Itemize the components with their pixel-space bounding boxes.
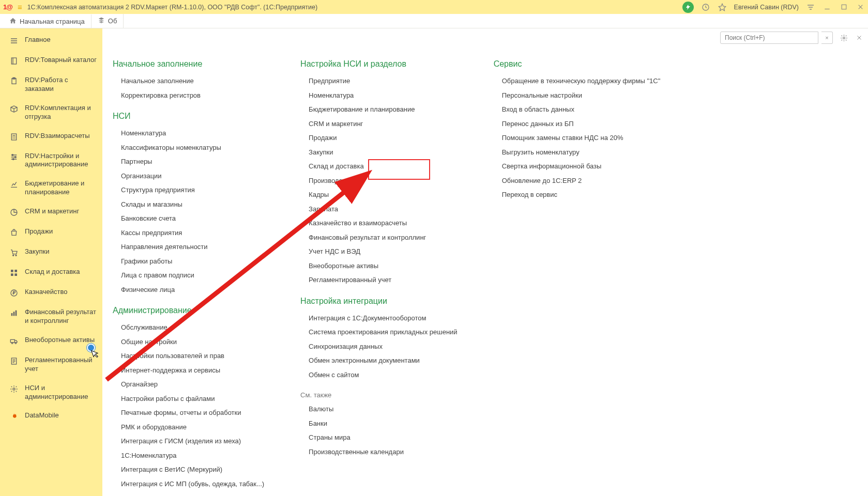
menu-link[interactable]: Физические лица [113,283,264,297]
menu-link[interactable]: Склады и магазины [113,197,264,212]
menu-link[interactable]: Лица с правом подписи [113,268,264,283]
menu-link[interactable]: Организации [113,169,264,183]
notifications-icon[interactable] [682,2,694,13]
tab-about[interactable]: Об [92,14,124,28]
menu-link[interactable]: Финансовый результат и контроллинг [300,230,458,245]
sidebar-item-9[interactable]: Закупки [0,242,102,262]
sidebar-item-6[interactable]: Бюджетирование и планирование [0,174,102,202]
sidebar: ГлавноеRDV:Товарный каталогRDV:Работа с … [0,28,102,496]
menu-link[interactable]: Банки [300,416,458,431]
menu-link[interactable]: Направления деятельности [113,240,264,254]
menu-link[interactable]: Интеграция с ВетИС (Меркурий) [113,462,264,477]
sidebar-item-1[interactable]: RDV:Товарный каталог [0,51,102,71]
menu-link[interactable]: Органайзер [113,377,264,392]
close-icon[interactable] [856,3,865,12]
menu-link[interactable]: Интернет-поддержка и сервисы [113,363,264,378]
history-icon[interactable] [701,3,710,12]
tab-home[interactable]: Начальная страница [3,14,92,28]
menu-link[interactable]: РМК и оборудование [113,420,264,435]
menu-link[interactable]: Обращение в техническую поддержку фирмы … [494,74,661,88]
sidebar-item-11[interactable]: Казначейство [0,283,102,303]
menu-link[interactable]: Регламентированный учет [300,273,458,287]
layers-icon [98,17,105,25]
menu-link[interactable]: 1С:Номенклатура [113,448,264,463]
menu-link[interactable]: Интеграция с ГИСМ (изделия из меха) [113,434,264,448]
settings-gear-icon[interactable] [839,33,848,42]
menu-link[interactable]: Номенклатура [300,88,458,103]
settings-lines-icon[interactable] [806,3,815,12]
menu-link[interactable]: Структура предприятия [113,183,264,197]
menu-link[interactable]: Корректировка регистров [113,88,264,103]
sidebar-item-2[interactable]: RDV:Работа с заказами [0,71,102,99]
menu-link[interactable]: Интеграция с 1С:Документооборотом [300,311,458,326]
sidebar-item-7[interactable]: CRM и маркетинг [0,202,102,222]
sidebar-item-0[interactable]: Главное [0,30,102,51]
menu-link[interactable]: Обмен с сайтом [300,368,458,382]
menu-link[interactable]: Персональные настройки [494,88,661,103]
search-input[interactable] [720,32,818,44]
menu-link[interactable]: Вход в область данных [494,102,661,117]
sliders-icon [9,152,19,162]
menu-link[interactable]: Валюты [300,402,458,416]
minimize-icon[interactable] [823,3,832,12]
menu-link[interactable]: Перенос данных из БП [494,117,661,131]
sidebar-item-14[interactable]: Регламентированный учет [0,351,102,379]
menu-link[interactable]: Печатные формы, отчеты и обработки [113,406,264,420]
menu-link[interactable]: Классификаторы номенклатуры [113,141,264,155]
menu-link[interactable]: Обновление до 1С:ERP 2 [494,174,661,188]
menu-link[interactable]: Графики работы [113,254,264,269]
sidebar-item-label: НСИ и администрирование [25,384,97,401]
sidebar-item-16[interactable]: DataMobile [0,406,102,426]
menu-link[interactable]: Выгрузить номенклатуру [494,145,661,160]
sidebar-item-10[interactable]: Склад и доставка [0,262,102,283]
menu-link[interactable]: Синхронизация данных [300,339,458,354]
menu-link[interactable]: Обмен электронными документами [300,353,458,368]
menu-link[interactable]: Номенклатура [113,126,264,141]
star-icon[interactable] [718,3,727,12]
menu-link[interactable]: Кадры [300,188,458,202]
user-name[interactable]: Евгений Савин (RDV) [734,4,799,11]
menu-link[interactable]: CRM и маркетинг [300,117,458,131]
menu-link[interactable]: Банковские счета [113,211,264,226]
menu-link[interactable]: Система проектирования прикладных решени… [300,325,458,339]
sidebar-item-5[interactable]: RDV:Настройки и администрирование [0,147,102,175]
search-clear-button[interactable]: × [821,32,833,44]
hamburger-icon[interactable]: ≡ [18,3,22,11]
menu-link[interactable]: Общие настройки [113,335,264,349]
menu-link[interactable]: Помощник замены ставки НДС на 20% [494,131,661,145]
sidebar-item-3[interactable]: RDV:Комплектация и отгрузка [0,99,102,127]
menu-link[interactable]: Настройки пользователей и прав [113,349,264,363]
menu-link[interactable]: Кассы предприятия [113,226,264,240]
close-panel-icon[interactable] [855,33,864,42]
menu-link[interactable]: Начальное заполнение [113,74,264,88]
svg-rect-19 [16,311,17,316]
menu-link[interactable]: Переход в сервис [494,188,661,202]
sidebar-item-12[interactable]: Финансовый результат и контроллинг [0,303,102,331]
menu-link[interactable]: Страны мира [300,430,458,445]
menu-link[interactable]: Казначейство и взаиморасчеты [300,216,458,230]
menu-link[interactable]: Производственные календари [300,445,458,459]
menu-link[interactable]: Зарплата [300,202,458,216]
menu-link[interactable]: Настройки работы с файлами [113,392,264,406]
menu-link[interactable]: Закупки [300,145,458,160]
menu-link[interactable]: Партнеры [113,154,264,169]
menu-link[interactable]: Учет НДС и ВЭД [300,244,458,259]
sidebar-item-8[interactable]: Продажи [0,222,102,242]
sidebar-item-13[interactable]: Внеоборотные активы [0,331,102,351]
sidebar-item-4[interactable]: RDV:Взаиморасчеты [0,127,102,147]
menu-link[interactable]: Интеграция с ИС МП (обувь, одежда, табак… [113,477,264,491]
menu-link[interactable]: Склад и доставка [300,159,458,174]
menu-link[interactable]: Внеоборотные активы [300,259,458,273]
menu-link[interactable]: Предприятие [300,74,458,88]
menu-link[interactable]: Производство [300,174,458,188]
sidebar-item-label: Финансовый результат и контроллинг [25,308,97,326]
svg-point-8 [12,158,14,160]
sidebar-item-15[interactable]: НСИ и администрирование [0,379,102,407]
menu-link[interactable]: Свертка информационной базы [494,159,661,174]
menu-link[interactable]: Продажи [300,131,458,145]
menu-link[interactable]: Обслуживание [113,320,264,335]
tab-label: Об [108,17,117,25]
menu-link[interactable]: Бюджетирование и планирование [300,102,458,117]
home-icon [9,17,17,26]
maximize-icon[interactable] [839,3,848,12]
